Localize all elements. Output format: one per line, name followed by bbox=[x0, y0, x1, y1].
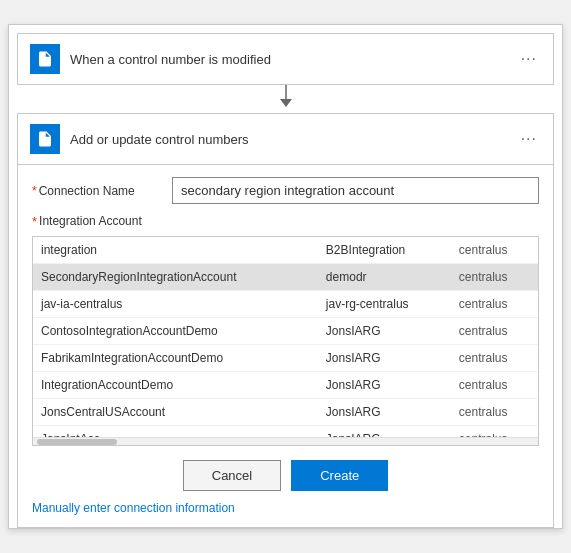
table-cell: JonsIARG bbox=[318, 372, 451, 399]
table-cell: centralus bbox=[451, 264, 538, 291]
step1-title: When a control number is modified bbox=[70, 52, 271, 67]
step2-title: Add or update control numbers bbox=[70, 132, 249, 147]
table-cell: JonsIARG bbox=[318, 318, 451, 345]
horizontal-scrollbar bbox=[33, 437, 538, 445]
document2-icon bbox=[36, 130, 54, 148]
table-cell: integration bbox=[33, 237, 318, 264]
table-cell: centralus bbox=[451, 318, 538, 345]
connection-name-row: *Connection Name bbox=[32, 177, 539, 204]
table-cell: centralus bbox=[451, 345, 538, 372]
table-row[interactable]: FabrikamIntegrationAccountDemoJonsIARGce… bbox=[33, 345, 538, 372]
table-cell: centralus bbox=[451, 399, 538, 426]
down-arrow-icon bbox=[276, 85, 296, 113]
table-cell: FabrikamIntegrationAccountDemo bbox=[33, 345, 318, 372]
integration-account-label-row: * Integration Account bbox=[32, 214, 539, 232]
step2-icon bbox=[30, 124, 60, 154]
table-row[interactable]: JonsIntAccJonsIARGcentralus bbox=[33, 426, 538, 438]
step1-block: When a control number is modified ··· bbox=[17, 33, 554, 85]
table-cell: JonsIntAcc bbox=[33, 426, 318, 438]
table-cell: jav-rg-centralus bbox=[318, 291, 451, 318]
table-cell: SecondaryRegionIntegrationAccount bbox=[33, 264, 318, 291]
table-scroll-area[interactable]: integrationB2BIntegrationcentralusSecond… bbox=[33, 237, 538, 437]
table-cell: IntegrationAccountDemo bbox=[33, 372, 318, 399]
cancel-button[interactable]: Cancel bbox=[183, 460, 281, 491]
integration-account-table-container: integrationB2BIntegrationcentralusSecond… bbox=[32, 236, 539, 446]
table-cell: JonsIARG bbox=[318, 426, 451, 438]
horizontal-scrollbar-thumb bbox=[37, 439, 117, 445]
table-cell: JonsCentralUSAccount bbox=[33, 399, 318, 426]
connection-name-required: * bbox=[32, 184, 37, 198]
manual-link[interactable]: Manually enter connection information bbox=[32, 501, 539, 515]
svg-marker-1 bbox=[280, 99, 292, 107]
step1-left: When a control number is modified bbox=[30, 44, 271, 74]
connection-name-label: *Connection Name bbox=[32, 184, 172, 198]
table-row[interactable]: jav-ia-centralusjav-rg-centraluscentralu… bbox=[33, 291, 538, 318]
table-row[interactable]: IntegrationAccountDemoJonsIARGcentralus bbox=[33, 372, 538, 399]
table-cell: centralus bbox=[451, 426, 538, 438]
step2-left: Add or update control numbers bbox=[30, 124, 249, 154]
step2-ellipsis-button[interactable]: ··· bbox=[517, 128, 541, 150]
step2-block: Add or update control numbers ··· bbox=[17, 113, 554, 165]
table-row[interactable]: integrationB2BIntegrationcentralus bbox=[33, 237, 538, 264]
arrow-connector bbox=[9, 85, 562, 113]
table-cell: jav-ia-centralus bbox=[33, 291, 318, 318]
table-cell: centralus bbox=[451, 291, 538, 318]
table-cell: centralus bbox=[451, 372, 538, 399]
table-cell: demodr bbox=[318, 264, 451, 291]
integration-account-table: integrationB2BIntegrationcentralusSecond… bbox=[33, 237, 538, 437]
table-row[interactable]: JonsCentralUSAccountJonsIARGcentralus bbox=[33, 399, 538, 426]
table-cell: JonsIARG bbox=[318, 345, 451, 372]
step1-icon bbox=[30, 44, 60, 74]
integration-required: * bbox=[32, 214, 37, 229]
table-row[interactable]: ContosoIntegrationAccountDemoJonsIARGcen… bbox=[33, 318, 538, 345]
create-button[interactable]: Create bbox=[291, 460, 388, 491]
step1-ellipsis-button[interactable]: ··· bbox=[517, 48, 541, 70]
table-cell: ContosoIntegrationAccountDemo bbox=[33, 318, 318, 345]
table-cell: centralus bbox=[451, 237, 538, 264]
table-cell: B2BIntegration bbox=[318, 237, 451, 264]
table-row[interactable]: SecondaryRegionIntegrationAccountdemodrc… bbox=[33, 264, 538, 291]
table-cell: JonsIARG bbox=[318, 399, 451, 426]
form-area: *Connection Name * Integration Account i… bbox=[17, 165, 554, 528]
document-icon bbox=[36, 50, 54, 68]
button-row: Cancel Create bbox=[32, 460, 539, 491]
connection-name-input[interactable] bbox=[172, 177, 539, 204]
table-body: integrationB2BIntegrationcentralusSecond… bbox=[33, 237, 538, 437]
integration-account-label: Integration Account bbox=[39, 214, 142, 228]
